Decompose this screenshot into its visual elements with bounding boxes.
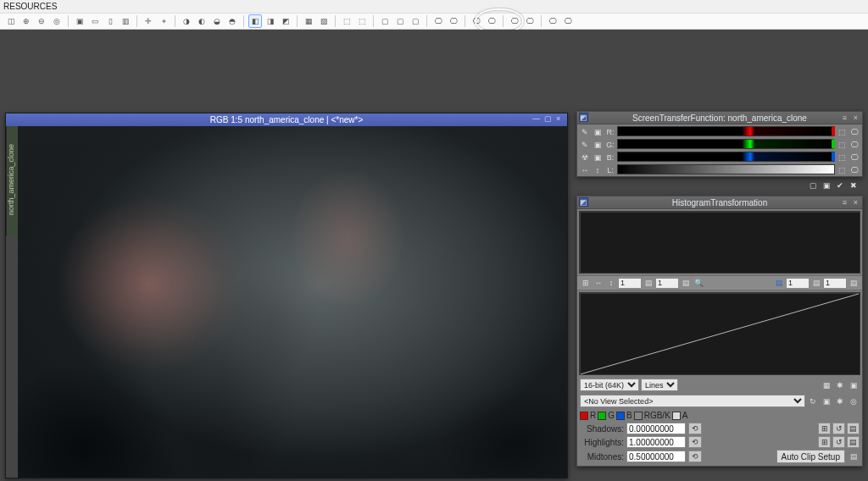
row-btn-c-icon[interactable]: ▤ [847, 436, 860, 448]
hist-opt-c-icon[interactable]: ▣ [848, 379, 860, 391]
stf-link-icon[interactable]: ⬚ [836, 164, 848, 176]
view-refresh-icon[interactable]: ↻ [807, 395, 819, 407]
midtones-reset-icon[interactable]: ⟲ [688, 451, 702, 462]
zoom-fit-icon[interactable]: ◫ [4, 14, 18, 28]
stf-zoom-icon[interactable]: 🖵 [849, 126, 860, 138]
row-btn-c-icon[interactable]: ▤ [847, 423, 860, 434]
stf-boost-icon[interactable]: 🖵 [523, 14, 537, 28]
window-close-icon[interactable]: × [556, 114, 565, 123]
histogram-input-graph[interactable] [579, 211, 860, 274]
crop-icon[interactable]: ▣ [73, 14, 86, 28]
zoom-fit-h-icon[interactable]: ↔ [593, 277, 604, 289]
row-btn-a-icon[interactable]: ⊞ [818, 423, 831, 434]
midtones-input[interactable] [626, 451, 686, 462]
preview-new-icon[interactable]: ▭ [88, 14, 102, 28]
plotmode-select[interactable]: Lines [641, 379, 678, 391]
histogram-panel[interactable]: ◩ HistogramTransformation ≡ × ⊞ ↔ ↕ ▤ ▤ … [576, 196, 863, 467]
view-gear-icon[interactable]: ✱ [834, 395, 846, 407]
stf-gradient[interactable] [617, 126, 835, 136]
stf-reset-icon[interactable]: 🖵 [508, 14, 521, 28]
screen-a-icon[interactable]: ▢ [378, 14, 392, 28]
zoom-v-input[interactable] [655, 278, 679, 289]
stf-track-icon[interactable]: ▣ [592, 152, 604, 163]
view-track-icon[interactable]: ◎ [848, 395, 860, 407]
highlights-input[interactable] [626, 436, 686, 448]
stepper-icon[interactable]: ▤ [810, 277, 822, 289]
histogram-titlebar[interactable]: ◩ HistogramTransformation ≡ × [577, 196, 862, 209]
stf-apply-icon[interactable]: 🖵 [546, 14, 559, 28]
stf-close-icon[interactable]: × [851, 113, 860, 122]
stf-gradient[interactable] [617, 164, 835, 174]
stf-gradient[interactable] [617, 139, 835, 149]
stf-link-icon[interactable]: ⬚ [836, 139, 848, 151]
readout-icon[interactable]: ✛ [142, 14, 155, 28]
stf-footer-icon-0[interactable]: ▢ [807, 180, 819, 191]
stf-zoom-icon[interactable]: 🖵 [849, 164, 860, 176]
screen-b-icon[interactable]: ▢ [393, 14, 407, 28]
display-blue-icon[interactable]: 🖵 [431, 14, 445, 28]
zoom-h-input[interactable] [618, 278, 642, 289]
preview-del-icon[interactable]: ▯ [103, 14, 117, 28]
channel-r-swatch[interactable] [580, 412, 588, 420]
row-btn-b-icon[interactable]: ↺ [832, 436, 845, 448]
edit-mask-icon[interactable]: ◨ [264, 14, 277, 28]
stf-link-icon[interactable]: ⬚ [836, 152, 848, 163]
image-preview-tab[interactable]: north_america_clone [6, 126, 18, 236]
histogram-close-icon[interactable]: × [851, 197, 860, 207]
view-lock-icon[interactable]: ▣ [821, 395, 832, 407]
row-btn-b-icon[interactable]: ↺ [832, 423, 845, 434]
stf-footer-icon-3[interactable]: ✖ [848, 180, 860, 191]
image-window[interactable]: RGB 1:5 north_america_clone | <*new*> — … [5, 113, 568, 478]
autoclip-opt-icon[interactable]: ▤ [848, 451, 860, 462]
container-a-icon[interactable]: ⬚ [340, 14, 353, 28]
stf-track-icon[interactable]: ↕ [592, 164, 604, 176]
stf-gradient[interactable] [617, 152, 835, 162]
stf-edit-icon[interactable]: ✎ [579, 139, 591, 151]
zoom-expand-icon[interactable]: ⊞ [580, 277, 592, 289]
zoom-in-icon[interactable]: ⊕ [19, 14, 33, 28]
stf-edit-icon[interactable]: ✎ [579, 126, 591, 138]
menu-resources[interactable]: RESOURCES [3, 2, 57, 11]
mask-enable-icon[interactable]: ◒ [210, 14, 224, 28]
stepper-icon[interactable]: ▤ [643, 277, 654, 289]
process-a-icon[interactable]: ▦ [302, 14, 315, 28]
window-minimize-icon[interactable]: — [532, 114, 541, 123]
image-window-titlebar[interactable]: RGB 1:5 north_america_clone | <*new*> — … [6, 113, 567, 126]
stf-footer-icon-1[interactable]: ▣ [821, 180, 832, 191]
histogram-menu-icon[interactable]: ≡ [840, 197, 849, 207]
image-viewport[interactable] [18, 126, 567, 478]
shadows-reset-icon[interactable]: ⟲ [688, 423, 702, 434]
channel-b-swatch[interactable] [616, 412, 625, 420]
mask-invert-icon[interactable]: ◐ [195, 14, 209, 28]
container-b-icon[interactable]: ⬚ [355, 14, 369, 28]
zoom-out-icon[interactable]: ⊖ [35, 14, 48, 28]
stf-track-icon[interactable]: 🖵 [561, 14, 575, 28]
zoom-fit-v-icon[interactable]: ↕ [605, 277, 617, 289]
stf-edit-icon[interactable]: ☢ [579, 152, 591, 163]
stf-panel[interactable]: ◩ ScreenTransferFunction: north_america_… [576, 111, 863, 177]
autoclip-button[interactable]: Auto Clip Setup [776, 450, 846, 463]
mask-remove-icon[interactable]: ◓ [225, 14, 239, 28]
stf-zoom-icon[interactable]: 🖵 [849, 152, 860, 163]
stf-menu-icon[interactable]: ≡ [840, 113, 849, 122]
stepper-icon[interactable]: ▤ [848, 277, 860, 289]
output-zoom-icon[interactable]: ▤ [773, 277, 785, 289]
mask-show-icon[interactable]: ◑ [180, 14, 193, 28]
stf-footer-icon-2[interactable]: ✔ [834, 180, 846, 191]
zoom-1to1-icon[interactable]: ◎ [50, 14, 64, 28]
stf-link-icon[interactable]: ⬚ [836, 126, 848, 138]
probe-icon[interactable]: ⌖ [157, 14, 170, 28]
stf-zoom-icon[interactable]: 🖵 [849, 139, 860, 151]
stepper-icon[interactable]: ▤ [680, 277, 692, 289]
process-b-icon[interactable]: ▧ [317, 14, 331, 28]
stf-link-icon[interactable]: 🖵 [485, 14, 498, 28]
dup-mask-icon[interactable]: ◩ [279, 14, 292, 28]
screen-c-icon[interactable]: ▢ [409, 14, 422, 28]
stf-track-icon[interactable]: ▣ [592, 126, 604, 138]
stf-track-icon[interactable]: ▣ [592, 139, 604, 151]
stf-auto-icon[interactable]: 🖵 [470, 14, 483, 28]
highlights-reset-icon[interactable]: ⟲ [688, 436, 702, 448]
display-black-icon[interactable]: 🖵 [447, 14, 460, 28]
stf-edit-icon[interactable]: ↔ [579, 164, 591, 176]
histogram-curve-graph[interactable] [579, 292, 860, 375]
